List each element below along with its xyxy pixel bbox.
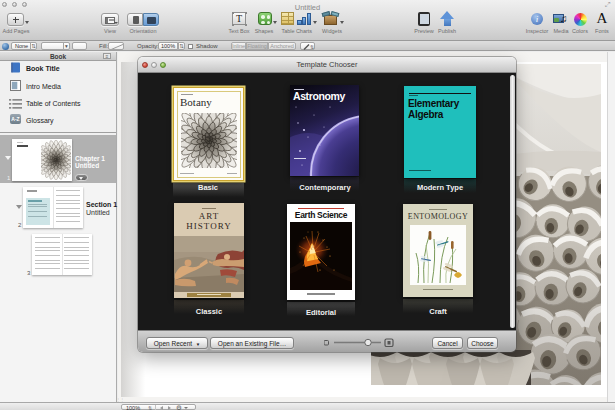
- svg-text:⇅: ⇅: [310, 44, 314, 50]
